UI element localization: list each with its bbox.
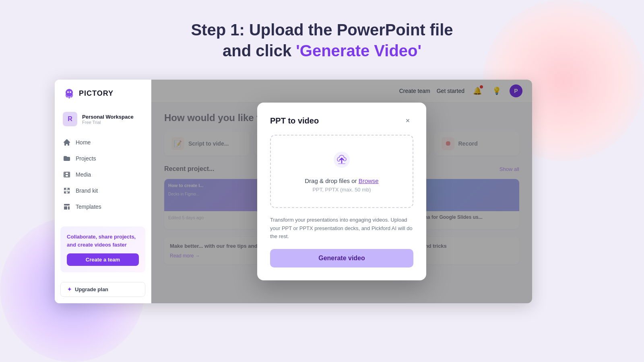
sidebar-item-projects[interactable]: Projects bbox=[55, 150, 151, 167]
drag-drop-text: Drag & drop files or bbox=[305, 177, 358, 184]
instruction-line2: and click 'Generate Video' bbox=[0, 40, 644, 61]
upgrade-sparkle-icon: ✦ bbox=[67, 286, 72, 292]
media-icon bbox=[63, 171, 71, 179]
create-team-button[interactable]: Create a team bbox=[67, 253, 139, 266]
upgrade-label: Upgrade plan bbox=[75, 286, 108, 292]
instruction-highlight: 'Generate Video' bbox=[296, 42, 421, 60]
instruction-line1: Step 1: Upload the PowerPoint file bbox=[0, 19, 644, 40]
generate-video-button[interactable]: Generate video bbox=[270, 249, 413, 267]
svg-point-5 bbox=[70, 91, 71, 93]
upload-text: Drag & drop files or Browse bbox=[279, 177, 405, 184]
svg-point-2 bbox=[68, 95, 70, 99]
upload-area[interactable]: Drag & drop files or Browse PPT, PPTX (m… bbox=[270, 135, 413, 208]
workspace-name: Personal Workspace bbox=[82, 114, 134, 120]
upload-cloud-icon bbox=[279, 150, 405, 173]
modal-description: Transform your presentations into engagi… bbox=[270, 216, 413, 241]
logo-area: PICTORY bbox=[55, 80, 151, 107]
promo-text: Collaborate, share projects, and create … bbox=[67, 233, 139, 249]
instruction-area: Step 1: Upload the PowerPoint file and c… bbox=[0, 0, 644, 74]
workspace-avatar: R bbox=[63, 112, 77, 126]
upgrade-button[interactable]: ✦ Upgrade plan bbox=[60, 282, 145, 297]
browse-link[interactable]: Browse bbox=[359, 177, 379, 184]
modal-title: PPT to video bbox=[270, 116, 319, 125]
templates-icon bbox=[63, 203, 71, 211]
sidebar-item-brand[interactable]: Brand kit bbox=[55, 183, 151, 199]
home-icon bbox=[63, 138, 71, 146]
sidebar-item-templates[interactable]: Templates bbox=[55, 199, 151, 215]
workspace-info: Personal Workspace Free Trial bbox=[82, 114, 134, 125]
logo-text: PICTORY bbox=[79, 89, 114, 98]
projects-label: Projects bbox=[76, 155, 96, 162]
pictory-logo-icon bbox=[63, 87, 76, 100]
sidebar-item-home[interactable]: Home bbox=[55, 134, 151, 150]
sidebar-promo: Collaborate, share projects, and create … bbox=[60, 226, 145, 272]
modal-header: PPT to video × bbox=[270, 115, 413, 127]
instruction-line2-pre: and click bbox=[223, 42, 296, 60]
brand-label: Brand kit bbox=[76, 187, 98, 194]
modal-close-button[interactable]: × bbox=[402, 115, 413, 127]
ppt-modal: PPT to video × Drag & drop file bbox=[257, 103, 426, 280]
templates-label: Templates bbox=[76, 204, 101, 210]
sidebar: PICTORY R Personal Workspace Free Trial … bbox=[55, 80, 151, 303]
projects-icon bbox=[63, 154, 71, 162]
upload-hint: PPT, PPTX (max. 50 mb) bbox=[279, 187, 405, 193]
modal-overlay[interactable]: PPT to video × Drag & drop file bbox=[151, 80, 532, 303]
home-label: Home bbox=[76, 139, 91, 146]
media-label: Media bbox=[76, 171, 91, 178]
main-content: Create team Get started 🔔 💡 P How would … bbox=[151, 80, 532, 303]
brand-icon bbox=[63, 187, 71, 195]
sidebar-nav: Home Projects Media Brand kit bbox=[55, 134, 151, 215]
app-window: PICTORY R Personal Workspace Free Trial … bbox=[55, 80, 532, 303]
workspace-plan: Free Trial bbox=[82, 120, 134, 125]
svg-point-4 bbox=[67, 91, 69, 93]
sidebar-item-media[interactable]: Media bbox=[55, 167, 151, 183]
workspace-section: R Personal Workspace Free Trial bbox=[55, 107, 151, 131]
